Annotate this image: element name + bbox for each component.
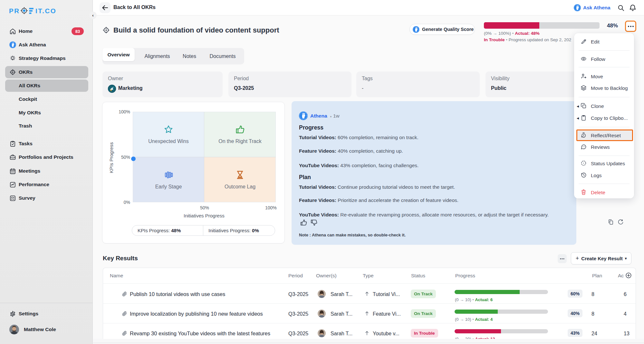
svg-text:IT.CO: IT.CO xyxy=(35,7,56,14)
svg-text:PR: PR xyxy=(9,7,20,14)
